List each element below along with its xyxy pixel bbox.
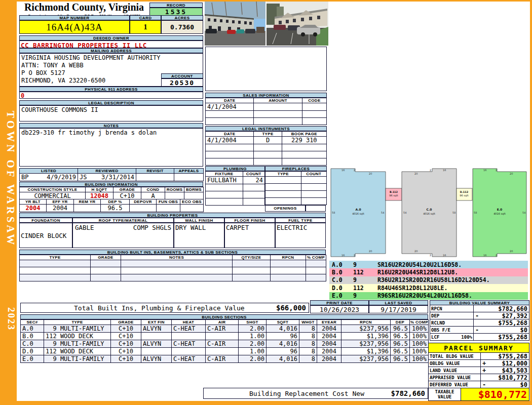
table-cell: 2.00 [239, 325, 267, 333]
physical-address-value: 0 [19, 92, 203, 99]
openings-value [306, 205, 326, 212]
table-cell [141, 348, 172, 355]
physical-address-label: PHYSICAL 911 ADDRESS [19, 87, 203, 92]
sketch-area-a: 4016 sqft [352, 212, 364, 216]
deeded-owner-value: CC BARRINGTON PROPERTIES II LLC [19, 40, 203, 48]
last-saved-label: LAST SAVED [369, 300, 428, 305]
table-cell [306, 274, 326, 281]
table-row [206, 158, 327, 166]
table-cell: C+10 [111, 333, 141, 340]
table-row [206, 151, 327, 158]
table-cell: B.0 [21, 333, 44, 340]
table-cell: FULLBATH [206, 177, 243, 184]
table-cell [20, 267, 91, 274]
bi-grade-header: GRADE [91, 255, 121, 260]
grade-col-header: GRADE [111, 320, 141, 325]
table-row [20, 260, 326, 267]
building-sections-table: SEC# TYPE GRADE EXT FIN HEAT AIR SHGT SQ… [20, 319, 428, 363]
cond-header: COND [141, 187, 165, 192]
legend-row-c: C.09R36U2R12SR20D2R16U58L16D2L20D54. [329, 276, 528, 284]
parcel-row-appraised: APPRAISED VALUE $810,772 [428, 374, 529, 381]
building-properties-headers: FOUNDATION ROOF TYPE/MATERIAL WALL FINIS… [19, 218, 326, 223]
sketch-dimension: 58 [452, 211, 455, 214]
record-box: RECORD 1535 [149, 3, 203, 16]
building-info-values2: 2004 2004 96.5 [20, 205, 204, 212]
table-row [265, 177, 327, 184]
table-cell [233, 274, 271, 281]
table-cell: 9 MULTI-FAMILY [44, 325, 111, 333]
table-cell [91, 267, 121, 274]
sec-header: SEC# [21, 320, 44, 325]
parcel-row-taxable: TAXABLE VALUE $810,772 [428, 388, 529, 401]
acres-label: ACRES [161, 15, 203, 20]
building-info-title: BUILDING INFORMATION [19, 182, 203, 187]
wall-finish-value: DRY WALL [174, 223, 224, 248]
sidebar: TOWN OF WARSAW 2023 [0, 0, 17, 405]
county-title: Richmond County, Virginia [19, 2, 149, 13]
table-cell: C-HEAT [172, 325, 206, 333]
dep-header: DEP % [101, 199, 130, 205]
shgt-header: SHGT [239, 320, 267, 325]
notes-label: NOTES [19, 123, 203, 128]
sidebar-year-label: 2023 [0, 301, 17, 337]
whgt-header: WHGT [299, 320, 317, 325]
heat-header: HEAT [172, 320, 206, 325]
table-cell: $237,956 [341, 340, 391, 348]
table-row: E.0 9 MULTI-FAMILYC+10ALVYNC-HEATC-AIR2.… [21, 355, 429, 363]
taxable-value: $810,772 [461, 388, 529, 400]
sales-amount-header: AMOUNT [254, 98, 302, 103]
table-cell [282, 144, 326, 151]
table-cell [243, 198, 264, 206]
sketch-label-d: D.112 [460, 190, 469, 193]
property-photo-2 [267, 2, 328, 46]
eyear-header: EYEAR [317, 320, 341, 325]
table-cell [121, 267, 233, 274]
table-cell: $1,396 [341, 348, 391, 355]
map-value-row: 16A4(A)43A 1 0.7360 [19, 20, 203, 34]
table-cell: 1.00 [239, 348, 267, 355]
wall-finish-header: WALL FINISH [174, 218, 224, 223]
table-cell [206, 151, 254, 158]
bi-notes-header: NOTES [121, 255, 233, 260]
table-cell [265, 198, 301, 205]
table-cell [121, 260, 233, 267]
replacement-cost-value: $782,660 [391, 389, 425, 397]
table-cell: C-AIR [206, 340, 239, 348]
building-value-summary: BUILDING VALUE SUMMARY RPCN $782,660 DEP… [430, 300, 529, 341]
hsqft-header: H SQFT [86, 187, 113, 192]
table-cell: 229 310 [282, 137, 326, 144]
last-saved-value: 9/17/2019 [369, 305, 428, 313]
table-row [206, 191, 265, 198]
table-cell: 96 [267, 333, 299, 340]
table-cell [206, 118, 254, 125]
table-row: FULLBATH24 [206, 177, 265, 184]
table-cell [301, 198, 326, 205]
table-cell: 96.5 [391, 325, 410, 333]
table-cell: 8 [299, 355, 317, 363]
dep-col-header: DEP [391, 320, 410, 325]
building-properties-title: BUILDING PROPERTIES [19, 213, 326, 218]
reviewed-header: REVIEWED [78, 169, 136, 174]
table-cell [121, 274, 233, 281]
sketch-dimension: 2 [496, 169, 497, 172]
table-cell [206, 333, 239, 340]
table-cell: D.0 [21, 348, 44, 355]
table-cell: D [254, 137, 282, 144]
table-cell [172, 348, 206, 355]
property-photo-1 [205, 2, 265, 46]
sketch-label-e: E.0 [497, 208, 503, 211]
summary-row-obs: OBS F/E -$0 [430, 327, 529, 334]
table-row: A.0 9 MULTI-FAMILYC+10ALVYNC-HEATC-AIR2.… [21, 325, 429, 333]
table-cell [254, 118, 302, 125]
table-cell: 100% [410, 325, 429, 333]
roof-value: GABLE COMP SHGLS [72, 223, 174, 248]
fixture-count-header: COUNT [243, 172, 264, 177]
fireplace-count-header: COUNT [301, 172, 326, 177]
table-cell [206, 158, 254, 166]
replacement-cost-row: Building Replacement Cost New $782,660 [203, 388, 428, 399]
sqft-header: SQFT [267, 320, 299, 325]
table-cell: ALVYN [141, 340, 172, 348]
sketch-dimension: 20 [369, 172, 372, 175]
sketch-dimension: 20 [510, 172, 513, 175]
roof-material-value: COMP SHGLS [133, 224, 171, 247]
